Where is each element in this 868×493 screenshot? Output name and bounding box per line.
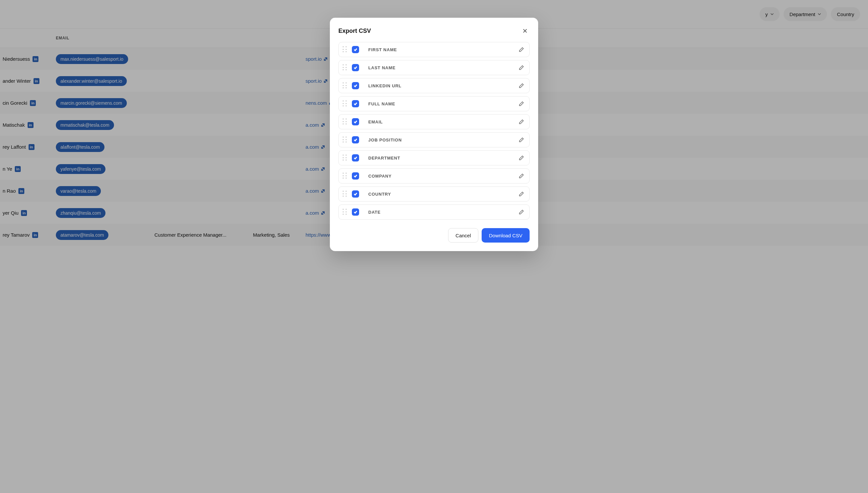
field-checkbox[interactable] (352, 118, 359, 125)
pencil-icon (519, 47, 524, 52)
cancel-button[interactable]: Cancel (448, 228, 479, 242)
drag-handle-icon[interactable] (343, 64, 347, 71)
check-icon (354, 102, 358, 106)
export-field-row: Email (338, 114, 530, 129)
field-label: Job Position (364, 137, 513, 143)
field-checkbox[interactable] (352, 136, 359, 144)
download-csv-button[interactable]: Download CSV (482, 228, 530, 242)
edit-field-button[interactable] (518, 136, 525, 144)
check-icon (354, 192, 358, 196)
edit-field-button[interactable] (518, 100, 525, 108)
edit-field-button[interactable] (518, 82, 525, 90)
export-field-row: Company (338, 168, 530, 184)
field-checkbox[interactable] (352, 82, 359, 89)
export-csv-modal: Export CSV First NameLast NameLinkedin U… (330, 18, 538, 251)
drag-handle-icon[interactable] (343, 191, 347, 197)
field-label: Country (364, 192, 513, 197)
export-field-row: Date (338, 205, 530, 220)
drag-handle-icon[interactable] (343, 101, 347, 107)
drag-handle-icon[interactable] (343, 46, 347, 53)
edit-field-button[interactable] (518, 64, 525, 71)
field-checkbox[interactable] (352, 209, 359, 216)
check-icon (354, 66, 358, 70)
edit-field-button[interactable] (518, 46, 525, 53)
check-icon (354, 48, 358, 51)
edit-field-button[interactable] (518, 190, 525, 198)
close-button[interactable] (520, 26, 530, 36)
pencil-icon (519, 137, 524, 143)
close-icon (523, 28, 527, 33)
drag-handle-icon[interactable] (343, 173, 347, 179)
field-checkbox[interactable] (352, 190, 359, 198)
export-field-row: First Name (338, 42, 530, 57)
pencil-icon (519, 191, 524, 197)
drag-handle-icon[interactable] (343, 209, 347, 215)
field-checkbox[interactable] (352, 64, 359, 71)
drag-handle-icon[interactable] (343, 82, 347, 89)
pencil-icon (519, 155, 524, 160)
check-icon (354, 210, 358, 214)
drag-handle-icon[interactable] (343, 119, 347, 125)
check-icon (354, 174, 358, 178)
field-checkbox[interactable] (352, 46, 359, 53)
modal-overlay[interactable]: Export CSV First NameLast NameLinkedin U… (0, 0, 868, 493)
field-label: Full Name (364, 102, 513, 106)
export-field-row: Full Name (338, 96, 530, 111)
pencil-icon (519, 65, 524, 70)
check-icon (354, 138, 358, 142)
export-field-row: Linkedin URL (338, 78, 530, 93)
pencil-icon (519, 173, 524, 178)
modal-title: Export CSV (338, 27, 371, 35)
pencil-icon (519, 209, 524, 215)
field-label: Email (364, 120, 513, 124)
check-icon (354, 156, 358, 160)
field-label: Date (364, 210, 513, 215)
field-label: Company (364, 174, 513, 178)
check-icon (354, 120, 358, 124)
field-label: Department (364, 155, 513, 160)
export-field-row: Job Position (338, 132, 530, 147)
pencil-icon (519, 119, 524, 124)
field-label: Linkedin URL (364, 83, 513, 88)
edit-field-button[interactable] (518, 208, 525, 216)
field-checkbox[interactable] (352, 154, 359, 162)
field-list: First NameLast NameLinkedin URLFull Name… (338, 42, 530, 220)
drag-handle-icon[interactable] (343, 155, 347, 161)
export-field-row: Country (338, 187, 530, 201)
edit-field-button[interactable] (518, 154, 525, 162)
drag-handle-icon[interactable] (343, 136, 347, 143)
field-label: Last Name (364, 65, 513, 70)
field-label: First Name (364, 47, 513, 52)
pencil-icon (519, 83, 524, 88)
edit-field-button[interactable] (518, 172, 525, 180)
export-field-row: Department (338, 150, 530, 166)
export-field-row: Last Name (338, 60, 530, 75)
field-checkbox[interactable] (352, 172, 359, 179)
pencil-icon (519, 101, 524, 106)
check-icon (354, 84, 358, 88)
field-checkbox[interactable] (352, 100, 359, 107)
edit-field-button[interactable] (518, 118, 525, 126)
